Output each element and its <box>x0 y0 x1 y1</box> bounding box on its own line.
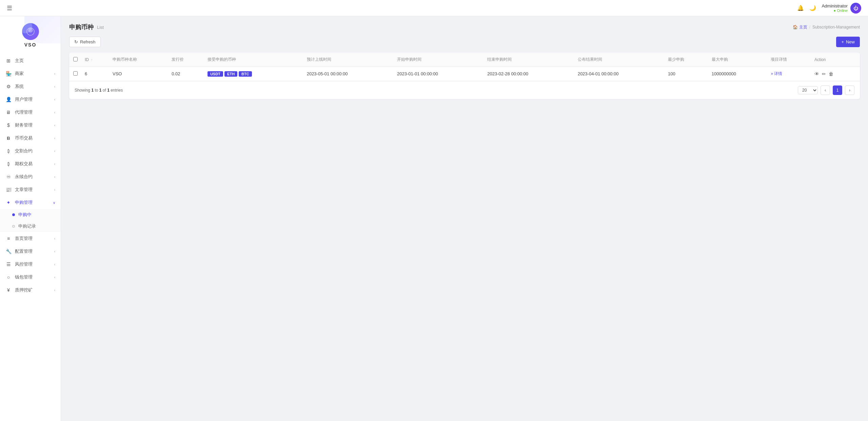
subscription-submenu: 申购中 申购记录 <box>0 209 61 232</box>
pagination-showing-prefix: Showing <box>75 88 91 93</box>
th-id: ID ↑ <box>81 53 109 67</box>
sidebar-item-subscription-active[interactable]: 申购中 <box>0 209 61 221</box>
system-arrow-icon: ‹ <box>54 85 55 89</box>
sidebar-item-risk-mgmt[interactable]: ☰ 风控管理 ‹ <box>0 258 61 271</box>
td-accepted: USDTETHBTC <box>204 67 303 81</box>
sidebar-item-contract[interactable]: ₿ 交割合约 ‹ <box>0 145 61 157</box>
row-checkbox-0[interactable] <box>73 71 78 76</box>
topbar: ☰ 🔔 🌙 Administrator ● Online ⏻ <box>0 0 868 16</box>
detail-link[interactable]: » 详情 <box>771 71 808 77</box>
perpetual-arrow-icon: ‹ <box>54 175 55 179</box>
new-button[interactable]: + New <box>836 37 860 47</box>
sidebar-label-finance-mgmt: 财务管理 <box>15 122 33 128</box>
pagination-from: 1 <box>91 88 94 93</box>
pagination-suffix: entries <box>111 88 123 93</box>
prev-page-button[interactable]: ‹ <box>821 85 830 95</box>
pagination-info: Showing 1 to 1 of 1 entries <box>75 88 123 93</box>
new-icon: + <box>841 39 844 44</box>
user-status: ● Online <box>834 8 848 13</box>
td-detail: » 详情 <box>767 67 811 81</box>
sidebar-item-config-mgmt[interactable]: 🔧 配置管理 ‹ <box>0 245 61 258</box>
new-label: New <box>846 39 855 44</box>
data-table: ID ↑ 申购币种名称 发行价 接受申购的币种 预计上线时间 开始申购时间 结束… <box>69 53 860 81</box>
sidebar-menu: ⊞ 主页 🏪 商家 ‹ ⚙ 系统 ‹ 👤 <box>0 54 61 296</box>
delete-icon[interactable]: 🗑 <box>829 71 833 77</box>
td-checkbox <box>69 67 81 81</box>
main-content: 申购币种 List 🏠 主页 / Subscription-Management… <box>61 16 868 421</box>
sidebar-item-article-mgmt[interactable]: 📰 文章管理 ‹ <box>0 183 61 196</box>
page-1-button[interactable]: 1 <box>833 85 842 95</box>
refresh-icon: ↻ <box>74 39 78 44</box>
subscription-active-dot <box>12 213 15 216</box>
toolbar-left: ↻ Refresh <box>69 37 101 47</box>
select-all-checkbox[interactable] <box>73 57 78 61</box>
td-end-time: 2023-02-28 00:00:00 <box>484 67 574 81</box>
svg-point-0 <box>28 28 33 33</box>
td-planned-time: 2023-05-01 00:00:00 <box>303 67 394 81</box>
sidebar-label-contract: 交割合约 <box>15 148 33 154</box>
sidebar-label-futures: 期权交易 <box>15 161 33 167</box>
breadcrumb-home-label: 主页 <box>799 24 807 30</box>
subscription-history-dot <box>12 225 15 228</box>
sidebar-item-coin-trade[interactable]: B 币币交易 ‹ <box>0 132 61 145</box>
menu-toggle-icon[interactable]: ☰ <box>7 4 12 12</box>
th-accepted: 接受申购的币种 <box>204 53 303 67</box>
agent-mgmt-arrow-icon: ‹ <box>54 111 55 114</box>
sidebar-label-mining: 质押挖矿 <box>15 287 33 293</box>
subscription-mgmt-icon: ✦ <box>5 200 12 205</box>
sidebar-label-perpetual: 永续合约 <box>15 174 33 180</box>
sidebar-item-home[interactable]: ⊞ 主页 <box>0 54 61 67</box>
sidebar-item-futures[interactable]: ₿ 期权交易 ‹ <box>0 157 61 170</box>
page-size-select[interactable]: 20 50 100 <box>798 86 818 94</box>
config-mgmt-arrow-icon: ‹ <box>54 250 55 253</box>
pagination-area: Showing 1 to 1 of 1 entries 20 50 100 ‹ <box>69 81 860 99</box>
user-avatar[interactable]: ⏻ <box>850 3 861 14</box>
futures-arrow-icon: ‹ <box>54 162 55 166</box>
sidebar-item-merchant[interactable]: 🏪 商家 ‹ <box>0 67 61 80</box>
sidebar-item-perpetual[interactable]: ♾ 永续合约 ‹ <box>0 170 61 183</box>
homepage-mgmt-arrow-icon: ‹ <box>54 237 55 241</box>
wallet-mgmt-icon: ○ <box>5 274 12 280</box>
td-start-time: 2023-01-01 00:00:00 <box>394 67 484 81</box>
tag-usdt: USDT <box>208 71 223 77</box>
sidebar-label-wallet-mgmt: 钱包管理 <box>15 274 33 280</box>
user-name: Administrator <box>822 3 848 8</box>
sidebar-item-wallet-mgmt[interactable]: ○ 钱包管理 ‹ <box>0 271 61 284</box>
view-icon[interactable]: 👁 <box>814 71 819 77</box>
sidebar-item-agent-mgmt[interactable]: 🖥 代理管理 ‹ <box>0 106 61 119</box>
next-page-button[interactable]: › <box>845 85 854 95</box>
td-price: 0.02 <box>168 67 204 81</box>
sidebar-item-subscription-history[interactable]: 申购记录 <box>0 221 61 232</box>
sidebar-item-user-mgmt[interactable]: 👤 用户管理 ‹ <box>0 93 61 106</box>
sidebar-item-mining[interactable]: ¥ 质押挖矿 ‹ <box>0 284 61 296</box>
th-detail: 项目详情 <box>767 53 811 67</box>
sidebar-item-homepage-mgmt[interactable]: ≡ 首页管理 ‹ <box>0 232 61 245</box>
merchant-arrow-icon: ‹ <box>54 72 55 76</box>
notification-icon[interactable]: 🔔 <box>797 5 804 11</box>
sidebar-item-system[interactable]: ⚙ 系统 ‹ <box>0 80 61 93</box>
td-name: VSO <box>109 67 168 81</box>
toolbar: ↻ Refresh + New <box>69 37 860 47</box>
sidebar-label-article-mgmt: 文章管理 <box>15 187 33 193</box>
table-header-row: ID ↑ 申购币种名称 发行价 接受申购的币种 预计上线时间 开始申购时间 结束… <box>69 53 860 67</box>
agent-mgmt-icon: 🖥 <box>5 110 12 115</box>
wallet-mgmt-arrow-icon: ‹ <box>54 275 55 279</box>
sidebar-label-merchant: 商家 <box>15 71 24 77</box>
contract-arrow-icon: ‹ <box>54 149 55 153</box>
sidebar-item-finance-mgmt[interactable]: $ 财务管理 ‹ <box>0 119 61 132</box>
mining-arrow-icon: ‹ <box>54 288 55 292</box>
th-start-time: 开始申购时间 <box>394 53 484 67</box>
breadcrumb-home-link[interactable]: 🏠 主页 <box>793 24 807 30</box>
sidebar-item-subscription-mgmt[interactable]: ✦ 申购管理 ∨ <box>0 196 61 209</box>
theme-toggle-icon[interactable]: 🌙 <box>809 5 816 11</box>
article-mgmt-arrow-icon: ‹ <box>54 188 55 192</box>
finance-mgmt-icon: $ <box>5 122 12 128</box>
risk-mgmt-icon: ☰ <box>5 262 12 267</box>
user-info: Administrator ● Online ⏻ <box>822 3 861 14</box>
th-max-sub: 最大申购 <box>708 53 768 67</box>
action-icons: 👁 ✏ 🗑 <box>814 71 856 77</box>
edit-icon[interactable]: ✏ <box>822 71 826 77</box>
homepage-mgmt-icon: ≡ <box>5 236 12 241</box>
refresh-button[interactable]: ↻ Refresh <box>69 37 101 47</box>
page-title: 申购币种 <box>69 23 94 31</box>
